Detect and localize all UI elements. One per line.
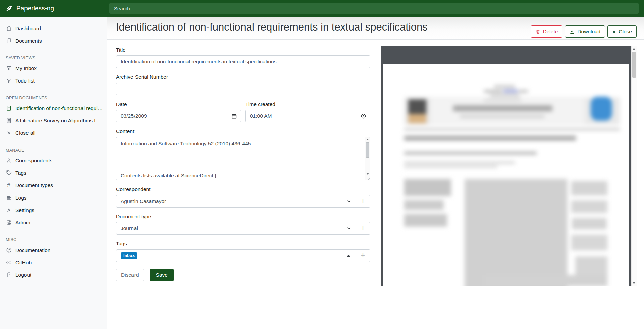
sidebar-item-github[interactable]: GitHub <box>0 256 107 269</box>
date-col: Date 03/25/2009 <box>116 101 241 122</box>
link-icon <box>6 260 12 266</box>
sidebar-open-document-2[interactable]: A Literature Survey on Algorithms for Mu… <box>0 114 107 127</box>
blur-block <box>571 200 607 213</box>
sidebar-section-misc: MISC <box>0 235 107 244</box>
chevron-down-icon <box>346 199 351 204</box>
sidebar-item-todo-list[interactable]: Todo list <box>0 74 107 87</box>
blur-block <box>404 179 451 196</box>
plus-icon: + <box>361 197 365 205</box>
title-label: Title <box>116 47 370 53</box>
save-button[interactable]: Save <box>150 269 174 281</box>
document-type-select[interactable]: Journal <box>116 222 356 235</box>
add-tag-button[interactable]: + <box>356 249 370 262</box>
filter-icon <box>6 65 12 71</box>
sidebar-item-documentation[interactable]: Documentation <box>0 244 107 256</box>
list-icon <box>6 195 12 201</box>
blur-block <box>404 214 447 227</box>
blur-block <box>465 179 567 286</box>
collapse-tags-button[interactable] <box>341 249 356 262</box>
title-input[interactable] <box>116 55 370 68</box>
blur-block <box>494 85 515 88</box>
sidebar-item-admin[interactable]: Admin <box>0 216 107 229</box>
hash-icon: # <box>6 182 12 188</box>
document-type-group: Document type Journal + <box>116 214 370 235</box>
preview-scrollbar-thumb[interactable] <box>632 52 636 78</box>
asn-group: Archive Serial Number <box>116 74 370 95</box>
question-circle-icon <box>6 247 12 253</box>
blur-block <box>404 136 576 140</box>
tags-label: Tags <box>116 241 370 247</box>
plus-icon: + <box>361 252 365 259</box>
time-col: Time created 01:00 AM <box>245 101 370 122</box>
asn-input[interactable] <box>116 83 370 95</box>
blur-block <box>484 90 502 93</box>
delete-button[interactable]: Delete <box>531 25 563 38</box>
toggles-icon <box>6 220 12 226</box>
scroll-down-arrow-icon[interactable] <box>633 282 635 284</box>
trash-icon <box>535 29 540 34</box>
blur-block <box>453 105 552 111</box>
filter-icon <box>6 78 12 84</box>
form-actions: Discard Save <box>116 269 370 281</box>
download-icon <box>570 29 575 34</box>
blur-block <box>519 90 528 93</box>
door-icon <box>6 272 12 278</box>
sidebar-item-my-inbox[interactable]: My Inbox <box>0 62 107 74</box>
sidebar-item-documents[interactable]: Documents <box>0 35 107 47</box>
add-correspondent-button[interactable]: + <box>356 195 370 208</box>
close-button[interactable]: × Close <box>607 25 637 38</box>
chevron-down-icon <box>346 226 351 231</box>
scroll-down-arrow-icon[interactable] <box>366 173 369 175</box>
sidebar: Dashboard Documents SAVED VIEWS My Inbox… <box>0 17 107 329</box>
content-scrollbar[interactable] <box>365 137 370 180</box>
correspondent-label: Correspondent <box>116 186 370 193</box>
discard-button[interactable]: Discard <box>116 269 144 281</box>
pdf-page-content-blur <box>383 64 629 286</box>
blur-block <box>404 129 620 130</box>
app-brand[interactable]: Paperless-ng <box>0 0 107 17</box>
plus-icon: + <box>361 224 365 232</box>
download-button[interactable]: Download <box>565 25 605 38</box>
sidebar-item-logout[interactable]: Logout <box>0 269 107 281</box>
tags-field[interactable]: Inbox <box>116 249 341 262</box>
blur-block <box>571 235 607 250</box>
title-group: Title <box>116 47 370 68</box>
files-icon <box>6 38 12 44</box>
blur-block <box>408 99 426 115</box>
content-textarea[interactable]: Information and Software Technology 52 (… <box>116 137 370 180</box>
content-scrollbar-thumb[interactable] <box>366 142 369 158</box>
tag-chip-inbox: Inbox <box>121 252 137 259</box>
add-document-type-button[interactable]: + <box>356 222 370 235</box>
date-label: Date <box>116 101 241 107</box>
sidebar-item-tags[interactable]: Tags <box>0 167 107 179</box>
tags-group: Tags Inbox + <box>116 241 370 262</box>
file-text-icon <box>6 118 12 124</box>
sidebar-item-close-all[interactable]: Close all <box>0 127 107 139</box>
sidebar-item-dashboard[interactable]: Dashboard <box>0 22 107 35</box>
gear-icon <box>6 207 12 213</box>
date-time-row: Date 03/25/2009 Time created 01:00 AM <box>116 101 370 122</box>
document-type-label: Document type <box>116 214 370 220</box>
correspondent-select[interactable]: Agustin Casamayor <box>116 195 356 208</box>
sidebar-item-correspondents[interactable]: Correspondents <box>0 154 107 167</box>
blur-block <box>490 94 520 97</box>
blur-block <box>572 218 607 229</box>
time-created-input[interactable]: 01:00 AM <box>245 110 370 122</box>
pdf-page <box>383 64 629 286</box>
content-group: Content Information and Software Technol… <box>116 128 370 180</box>
scroll-up-arrow-icon[interactable] <box>633 48 635 50</box>
sidebar-item-document-types[interactable]: # Document types <box>0 179 107 191</box>
preview-scrollbar[interactable] <box>631 46 637 286</box>
home-icon <box>6 25 12 32</box>
date-input[interactable]: 03/25/2009 <box>116 110 241 122</box>
sidebar-item-settings[interactable]: Settings <box>0 204 107 216</box>
sidebar-open-document-1[interactable]: Identification of non-functional require… <box>0 102 107 114</box>
correspondent-group: Correspondent Agustin Casamayor + <box>116 186 370 208</box>
sidebar-item-logs[interactable]: Logs <box>0 191 107 204</box>
search-input[interactable] <box>109 3 639 14</box>
resize-grip[interactable] <box>366 176 370 180</box>
close-icon: × <box>612 29 616 35</box>
blur-block <box>404 166 497 168</box>
scroll-up-arrow-icon[interactable] <box>366 139 369 140</box>
blur-block <box>404 162 515 164</box>
